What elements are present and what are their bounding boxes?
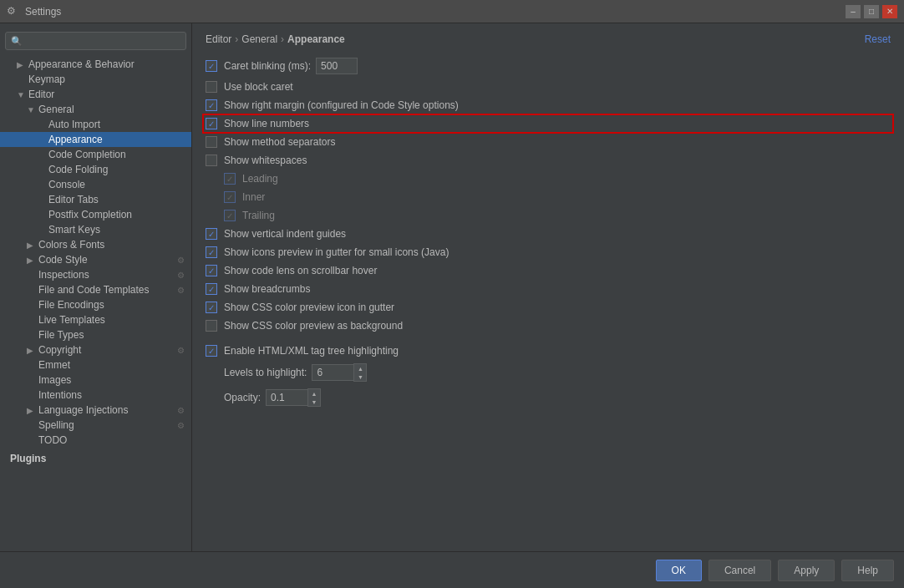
caret-blinking-label: Caret blinking (ms): [224, 60, 311, 72]
show-css-color-bg-checkbox[interactable] [206, 320, 217, 332]
settings-icon: ⚙ [177, 346, 185, 355]
leading-checkbox[interactable] [224, 173, 236, 185]
show-whitespaces-checkbox[interactable] [206, 155, 217, 166]
arrow-icon: ▶ [27, 406, 37, 415]
show-method-separators-checkbox[interactable] [206, 136, 217, 148]
show-line-numbers-checkbox[interactable] [206, 118, 217, 129]
maximize-button[interactable]: □ [864, 5, 879, 18]
sidebar-item-code-completion[interactable]: Code Completion [0, 147, 191, 162]
caret-blinking-input[interactable] [316, 58, 358, 74]
show-method-separators-label: Show method separators [224, 136, 335, 148]
opacity-decrement-button[interactable]: ▼ [308, 398, 320, 406]
reset-link[interactable]: Reset [865, 33, 891, 45]
arrow-icon: ▼ [17, 90, 27, 99]
sidebar-item-copyright[interactable]: ▶ Copyright ⚙ [0, 342, 191, 357]
sidebar-item-spelling[interactable]: Spelling ⚙ [0, 418, 191, 433]
show-icons-preview-checkbox[interactable] [206, 246, 217, 258]
search-box[interactable]: 🔍 [5, 32, 186, 50]
show-code-lens-row: Show code lens on scrollbar hover [206, 264, 891, 277]
show-right-margin-row: Show right margin (configured in Code St… [206, 99, 891, 112]
settings-icon: ⚙ [177, 256, 185, 265]
sidebar-item-live-templates[interactable]: Live Templates [0, 312, 191, 327]
ok-button[interactable]: OK [656, 560, 702, 581]
window-title: Settings [25, 6, 846, 18]
sidebar-item-intentions[interactable]: Intentions [0, 388, 191, 403]
breadcrumb-sep-2: › [281, 33, 284, 45]
opacity-spinner: ▲ ▼ [266, 388, 321, 407]
show-code-lens-checkbox[interactable] [206, 265, 217, 276]
sidebar-item-code-style[interactable]: ▶ Code Style ⚙ [0, 252, 191, 267]
close-button[interactable]: ✕ [882, 5, 897, 18]
show-breadcrumbs-checkbox[interactable] [206, 283, 217, 295]
sidebar-item-code-folding[interactable]: Code Folding [0, 162, 191, 177]
sidebar-item-appearance[interactable]: Appearance [0, 132, 191, 147]
sidebar-item-general[interactable]: ▼ General [0, 102, 191, 117]
show-code-lens-label: Show code lens on scrollbar hover [224, 265, 377, 276]
title-bar: ⚙ Settings – □ ✕ [0, 0, 904, 23]
search-input[interactable] [26, 35, 180, 47]
show-css-color-icon-checkbox[interactable] [206, 302, 217, 313]
arrow-icon: ▶ [17, 60, 27, 69]
sidebar-item-file-encodings[interactable]: File Encodings [0, 297, 191, 312]
content-area: Editor › General › Appearance Reset Care… [192, 23, 904, 551]
opacity-spinner-input[interactable] [266, 389, 307, 406]
breadcrumb: Editor › General › Appearance Reset [206, 33, 891, 45]
show-css-color-icon-row: Show CSS color preview icon in gutter [206, 301, 891, 314]
show-right-margin-checkbox[interactable] [206, 99, 217, 111]
sidebar-item-images[interactable]: Images [0, 373, 191, 388]
levels-spinner-input[interactable] [312, 364, 353, 381]
show-css-color-bg-label: Show CSS color preview as background [224, 320, 403, 332]
inner-label: Inner [242, 191, 265, 203]
show-css-color-bg-row: Show CSS color preview as background [206, 319, 891, 332]
sidebar-item-colors-fonts[interactable]: ▶ Colors & Fonts [0, 237, 191, 252]
use-block-caret-checkbox[interactable] [206, 81, 217, 93]
sidebar-item-auto-import[interactable]: Auto Import [0, 117, 191, 132]
show-vertical-indent-row: Show vertical indent guides [206, 227, 891, 241]
sidebar-item-keymap[interactable]: Keymap [0, 72, 191, 87]
breadcrumb-sep-1: › [235, 33, 238, 45]
cancel-button[interactable]: Cancel [708, 560, 771, 581]
sidebar-item-inspections[interactable]: Inspections ⚙ [0, 267, 191, 282]
levels-increment-button[interactable]: ▲ [354, 364, 366, 373]
sidebar-item-emmet[interactable]: Emmet [0, 357, 191, 373]
levels-decrement-button[interactable]: ▼ [354, 373, 366, 381]
enable-html-xml-checkbox[interactable] [206, 345, 217, 357]
show-icons-preview-row: Show icons preview in gutter for small i… [206, 246, 891, 259]
apply-button[interactable]: Apply [778, 560, 835, 581]
title-bar-buttons: – □ ✕ [846, 5, 897, 18]
enable-html-xml-label: Enable HTML/XML tag tree highlighting [224, 345, 399, 357]
sidebar-item-file-types[interactable]: File Types [0, 327, 191, 342]
show-method-separators-row: Show method separators [206, 135, 891, 149]
show-vertical-indent-checkbox[interactable] [206, 228, 217, 240]
sidebar-item-file-code-templates[interactable]: File and Code Templates ⚙ [0, 282, 191, 297]
breadcrumb-part-appearance: Appearance [287, 33, 345, 45]
bottom-bar: OK Cancel Apply Help [0, 551, 904, 588]
breadcrumb-part-general: General [241, 33, 277, 45]
spinner-buttons: ▲ ▼ [353, 363, 367, 382]
trailing-checkbox[interactable] [224, 210, 236, 221]
sidebar-item-appearance-behavior[interactable]: ▶ Appearance & Behavior [0, 57, 191, 72]
opacity-increment-button[interactable]: ▲ [308, 389, 320, 398]
settings-icon: ⚙ [177, 421, 185, 430]
show-breadcrumbs-row: Show breadcrumbs [206, 282, 891, 296]
minimize-button[interactable]: – [846, 5, 861, 18]
sidebar-item-postfix-completion[interactable]: Postfix Completion [0, 207, 191, 222]
sidebar-item-editor-tabs[interactable]: Editor Tabs [0, 192, 191, 207]
trailing-row: Trailing [206, 209, 891, 222]
help-button[interactable]: Help [841, 560, 894, 581]
opacity-label: Opacity: [224, 392, 261, 403]
arrow-icon: ▼ [27, 105, 37, 114]
sidebar-item-todo[interactable]: TODO [0, 433, 191, 448]
sidebar: 🔍 ▶ Appearance & Behavior Keymap ▼ Edito… [0, 23, 192, 551]
sidebar-item-language-injections[interactable]: ▶ Language Injections ⚙ [0, 403, 191, 418]
sidebar-item-editor[interactable]: ▼ Editor [0, 87, 191, 102]
plugins-section-header: Plugins [0, 448, 191, 466]
sidebar-item-console[interactable]: Console [0, 177, 191, 192]
inner-checkbox[interactable] [224, 191, 236, 203]
inner-row: Inner [206, 190, 891, 204]
sidebar-item-smart-keys[interactable]: Smart Keys [0, 222, 191, 237]
search-icon: 🔍 [11, 36, 23, 47]
trailing-label: Trailing [242, 210, 275, 221]
show-css-color-icon-label: Show CSS color preview icon in gutter [224, 302, 394, 313]
caret-blinking-checkbox[interactable] [206, 60, 217, 72]
